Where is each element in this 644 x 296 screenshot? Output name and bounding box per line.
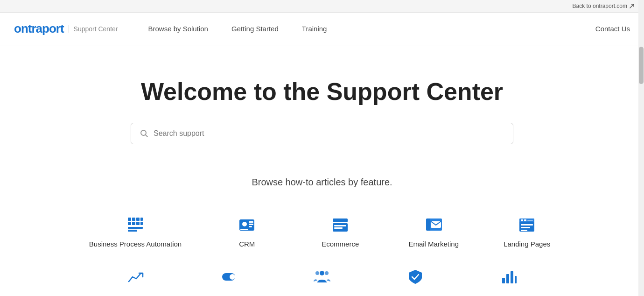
- crm-icon: [238, 216, 256, 234]
- feature-label-landing: Landing Pages: [504, 239, 550, 249]
- feature-grid-row1: Business Process Automation CRM: [28, 206, 616, 258]
- svg-rect-28: [527, 220, 533, 221]
- nav-training[interactable]: Training: [290, 13, 339, 45]
- svg-rect-16: [249, 226, 252, 227]
- feature-grid-row2: [28, 258, 616, 291]
- email-icon: [424, 216, 443, 234]
- svg-rect-27: [524, 219, 526, 221]
- back-to-ontraport-link[interactable]: Back to ontraport.com: [573, 3, 635, 9]
- svg-point-36: [315, 271, 319, 275]
- support-center-label: Support Center: [69, 25, 118, 33]
- feature-item-toggle[interactable]: [182, 263, 275, 291]
- svg-rect-3: [136, 218, 140, 221]
- svg-rect-8: [140, 222, 143, 225]
- svg-rect-10: [128, 230, 137, 232]
- toggle-icon: [219, 268, 238, 286]
- people-icon: [313, 268, 331, 286]
- feature-item-crm[interactable]: CRM: [200, 206, 294, 258]
- svg-rect-14: [249, 221, 253, 223]
- svg-rect-9: [128, 227, 143, 229]
- contact-us-link[interactable]: Contact Us: [595, 25, 630, 33]
- browse-subtitle: Browse how-to articles by feature.: [28, 177, 616, 188]
- svg-rect-39: [511, 271, 513, 283]
- search-icon: [140, 129, 149, 138]
- svg-point-33: [230, 274, 235, 280]
- feature-label-ecommerce: Ecommerce: [322, 239, 359, 249]
- svg-point-12: [242, 222, 247, 226]
- feature-item-people[interactable]: [275, 263, 369, 291]
- svg-rect-19: [334, 225, 346, 226]
- feature-item-email[interactable]: Email Marketing: [387, 206, 480, 258]
- landing-icon: [518, 216, 536, 234]
- svg-point-34: [320, 271, 324, 275]
- svg-point-35: [325, 271, 329, 275]
- svg-rect-1: [128, 218, 131, 221]
- scrollbar-thumb[interactable]: [639, 47, 644, 84]
- search-bar: [131, 123, 513, 144]
- feature-item-ecommerce[interactable]: Ecommerce: [294, 206, 387, 258]
- nav-browse-by-solution[interactable]: Browse by Solution: [137, 13, 220, 45]
- svg-rect-37: [502, 278, 505, 283]
- svg-rect-26: [521, 219, 523, 221]
- search-input[interactable]: [154, 129, 504, 138]
- feature-item-shield[interactable]: [369, 263, 462, 291]
- shield-icon: [406, 268, 425, 286]
- nav-links: Browse by Solution Getting Started Train…: [137, 13, 595, 45]
- hero-title: Welcome to the Support Center: [9, 78, 635, 106]
- svg-rect-20: [334, 227, 343, 229]
- trending-icon: [126, 268, 145, 286]
- feature-item-bpa[interactable]: Business Process Automation: [70, 206, 200, 258]
- svg-rect-6: [132, 222, 135, 225]
- svg-rect-15: [249, 224, 253, 225]
- feature-label-bpa: Business Process Automation: [89, 239, 182, 249]
- logo[interactable]: ontraport: [14, 21, 64, 36]
- nav-getting-started[interactable]: Getting Started: [220, 13, 290, 45]
- svg-rect-13: [240, 229, 248, 230]
- hero-section: Welcome to the Support Center: [0, 45, 644, 168]
- feature-label-email: Email Marketing: [408, 239, 459, 249]
- svg-rect-29: [521, 224, 533, 226]
- ecommerce-icon: [331, 216, 350, 234]
- top-bar: Back to ontraport.com: [0, 0, 644, 13]
- svg-rect-4: [140, 218, 143, 221]
- svg-rect-38: [506, 274, 509, 283]
- logo-area: ontraport Support Center: [14, 21, 118, 36]
- svg-rect-17: [333, 218, 348, 222]
- back-link-text: Back to ontraport.com: [573, 3, 627, 9]
- svg-rect-30: [521, 227, 530, 228]
- bar-chart-icon: [499, 268, 518, 286]
- browse-section: Browse how-to articles by feature.: [0, 168, 644, 296]
- feature-item-bar-chart[interactable]: [462, 263, 555, 291]
- svg-rect-5: [128, 222, 131, 225]
- feature-item-trending[interactable]: [89, 263, 182, 291]
- feature-label-crm: CRM: [239, 239, 255, 249]
- svg-rect-31: [521, 230, 527, 231]
- navbar: ontraport Support Center Browse by Solut…: [0, 13, 644, 45]
- external-link-icon: [629, 3, 635, 9]
- feature-item-landing[interactable]: Landing Pages: [480, 206, 574, 258]
- svg-rect-40: [515, 276, 517, 283]
- scrollbar[interactable]: [638, 0, 644, 296]
- svg-rect-7: [136, 222, 140, 225]
- grid-icon: [126, 216, 145, 234]
- svg-rect-2: [132, 218, 135, 221]
